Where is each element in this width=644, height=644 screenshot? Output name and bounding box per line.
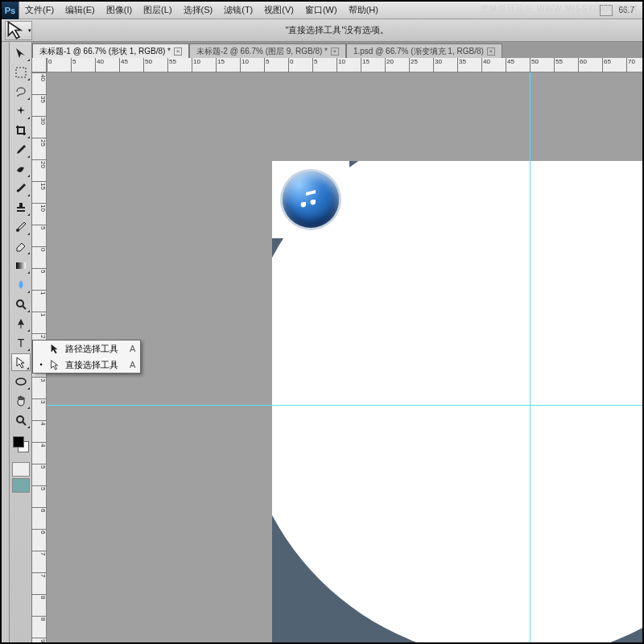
zoom-tool[interactable]: [11, 411, 31, 429]
path-selection-tool[interactable]: 路径选择工具A: [33, 341, 140, 357]
ruler-tick: 5: [312, 58, 317, 72]
brush-tool[interactable]: [11, 180, 31, 197]
blur-tool[interactable]: [11, 276, 31, 294]
ruler-tick: 55: [167, 58, 176, 72]
workspace-icon[interactable]: [600, 5, 613, 16]
stamp-tool[interactable]: [11, 199, 31, 217]
ruler-tick: 25: [32, 138, 47, 147]
options-tool-indicator[interactable]: ▾: [5, 21, 32, 40]
close-icon[interactable]: ×: [487, 47, 495, 56]
arrow-cursor-icon: [49, 343, 60, 354]
menu-edit[interactable]: 编辑(E): [60, 4, 101, 16]
ruler-tick: 70: [626, 58, 635, 72]
eyedropper-tool[interactable]: [11, 141, 31, 159]
close-icon[interactable]: ×: [331, 47, 339, 56]
ruler-tick: 0: [47, 58, 52, 72]
document-canvas[interactable]: [272, 161, 642, 642]
gradient-tool[interactable]: [11, 257, 31, 275]
ruler-tick: 5: [32, 485, 47, 490]
svg-rect-0: [16, 68, 26, 77]
ruler-tick: 10: [32, 203, 47, 212]
arrow-cursor-icon: [49, 359, 60, 370]
ruler-tick: 35: [32, 94, 47, 103]
flyout-label: 路径选择工具: [65, 343, 118, 355]
wand-tool[interactable]: [11, 102, 31, 120]
screenmode-toggle[interactable]: [12, 478, 30, 493]
ruler-tick: 15: [216, 58, 225, 72]
ruler-tick: 0: [32, 246, 47, 251]
menu-help[interactable]: 帮助(H): [343, 4, 384, 16]
ruler-tick: 3: [32, 377, 47, 382]
direct-selection-tool[interactable]: •直接选择工具A: [33, 357, 140, 373]
ruler-tick: 5: [32, 268, 47, 273]
ruler-tick: 2: [32, 333, 47, 338]
svg-text:T: T: [17, 336, 24, 349]
ruler-tick: 20: [32, 159, 47, 168]
dodge-tool[interactable]: [11, 295, 31, 313]
ruler-tick: 7: [32, 572, 47, 577]
document-tabstrip: 未标题-1 @ 66.7% (形状 1, RGB/8) *×未标题-2 @ 66…: [32, 42, 642, 58]
ruler-tick: 1: [32, 290, 47, 295]
tab-label: 1.psd @ 66.7% (渐变填充 1, RGB/8): [353, 46, 484, 57]
ruler-corner: [32, 58, 47, 72]
svg-point-6: [17, 416, 23, 423]
ruler-tick: 65: [602, 58, 611, 72]
marquee-tool[interactable]: [11, 64, 31, 81]
guide-vertical[interactable]: [530, 72, 530, 642]
ruler-tick: 5: [32, 464, 47, 469]
itunes-icon: [283, 171, 339, 228]
path-select-tool[interactable]: [11, 353, 31, 371]
history-brush-tool[interactable]: [11, 218, 31, 236]
ruler-tick: 4: [32, 442, 47, 447]
lasso-tool[interactable]: [11, 83, 31, 101]
quickmask-toggle[interactable]: [12, 462, 30, 477]
ruler-tick: 10: [336, 58, 345, 72]
tab-label: 未标题-2 @ 66.7% (图层 9, RGB/8) *: [196, 46, 328, 57]
menu-layer[interactable]: 图层(L): [138, 4, 177, 16]
ruler-tick: 40: [95, 58, 104, 72]
menubar: Ps 文件(F) 编辑(E) 图像(I) 图层(L) 选择(S) 滤镜(T) 视…: [2, 2, 642, 19]
close-icon[interactable]: ×: [174, 47, 182, 56]
color-swatches[interactable]: [10, 435, 31, 459]
healing-tool[interactable]: [11, 160, 31, 178]
type-tool[interactable]: T: [11, 334, 31, 352]
ruler-tick: 40: [481, 58, 490, 72]
ruler-tick: 4: [32, 420, 47, 425]
ruler-tick: 40: [32, 72, 47, 81]
eraser-tool[interactable]: [11, 237, 31, 255]
ruler-tick: 45: [506, 58, 514, 72]
move-tool[interactable]: [11, 44, 31, 62]
guide-horizontal[interactable]: [47, 405, 642, 406]
ruler-tick: 0: [288, 58, 293, 72]
menu-filter[interactable]: 滤镜(T): [218, 4, 258, 16]
ruler-tick: 60: [578, 58, 587, 72]
reference-image-box: [272, 161, 349, 238]
panel-gutter: [2, 42, 10, 642]
ruler-horizontal[interactable]: 0540455055101510505101520253035404550556…: [47, 58, 642, 72]
svg-point-3: [17, 300, 23, 307]
ellipse-tool[interactable]: [11, 373, 31, 390]
menu-select[interactable]: 选择(S): [178, 4, 219, 16]
ruler-tick: 3: [32, 398, 47, 403]
ruler-tick: 8: [32, 616, 47, 621]
menu-window[interactable]: 窗口(W): [299, 4, 343, 16]
zoom-level: 66.7: [619, 6, 634, 14]
document-tab[interactable]: 1.psd @ 66.7% (渐变填充 1, RGB/8)×: [346, 43, 502, 58]
menu-file[interactable]: 文件(F): [19, 4, 60, 16]
app-logo: Ps: [2, 2, 19, 19]
menu-view[interactable]: 视图(V): [258, 4, 299, 16]
svg-point-1: [16, 229, 19, 232]
hand-tool[interactable]: [11, 392, 31, 410]
crop-tool[interactable]: [11, 122, 31, 139]
pen-tool[interactable]: [11, 315, 31, 332]
flyout-label: 直接选择工具: [65, 359, 118, 371]
document-tab[interactable]: 未标题-2 @ 66.7% (图层 9, RGB/8) *×: [189, 43, 346, 58]
document-tab[interactable]: 未标题-1 @ 66.7% (形状 1, RGB/8) *×: [32, 43, 189, 58]
flyout-active-mark: •: [38, 361, 44, 369]
ruler-tick: 9: [32, 638, 47, 642]
flyout-shortcut: A: [130, 360, 135, 369]
ruler-tick: 7: [32, 551, 47, 555]
ruler-tick: 6: [32, 529, 47, 534]
menu-image[interactable]: 图像(I): [101, 4, 138, 16]
ruler-tick: 1: [32, 312, 47, 316]
